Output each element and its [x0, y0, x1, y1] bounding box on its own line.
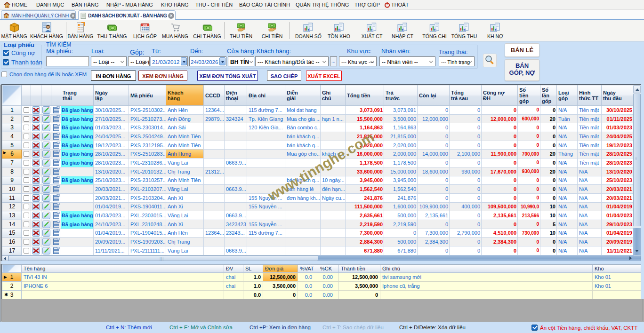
svg-text:VAN: VAN — [143, 24, 147, 26]
